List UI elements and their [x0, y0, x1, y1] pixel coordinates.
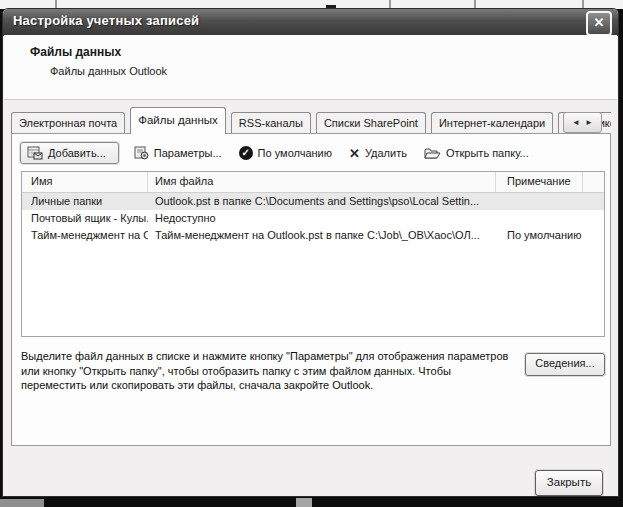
cell-name: Тайм-менеджмент на O... [22, 227, 148, 244]
close-dialog-button[interactable]: Закрыть [535, 470, 603, 496]
cell-note [496, 193, 583, 210]
tab-sharepoint[interactable]: Списки SharePoint [316, 112, 426, 134]
data-files-list: Имя Имя файла Примечание Личные папки Ou… [21, 171, 605, 337]
add-button[interactable]: Добавить... [20, 142, 119, 164]
dialog-header: Файлы данных Файлы данных Outlook [4, 35, 617, 100]
help-text: Выделите файл данных в списке и нажмите … [21, 349, 515, 393]
toolbar: Добавить... Параметры... [20, 140, 531, 166]
cell-note: По умолчанию [496, 227, 583, 244]
options-button[interactable]: Параметры... [132, 143, 224, 163]
background-fragment [0, 499, 44, 507]
options-button-label: Параметры... [154, 147, 222, 159]
header-title: Файлы данных [30, 45, 121, 59]
column-header-spacer [583, 172, 604, 192]
screen: Настройка учетных записей ✕ Файлы данных… [0, 0, 623, 507]
window-title: Настройка учетных записей [13, 13, 199, 28]
cell-filename: Тайм-менеджмент на Outlook.pst в папке C… [148, 227, 496, 244]
tab-bar: Электронная почта Файлы данных RSS-канал… [11, 106, 611, 134]
open-folder-button-label: Открыть папку... [446, 147, 529, 159]
delete-button-label: Удалить [365, 147, 407, 159]
open-folder-icon [424, 147, 441, 160]
tab-scroll-right-icon[interactable]: ► [585, 118, 593, 127]
delete-icon: ✕ [349, 147, 360, 160]
cell-filename: Outlook.pst в папке C:\Documents and Set… [148, 193, 496, 210]
set-default-button-label: По умолчанию [258, 147, 332, 159]
table-row[interactable]: Тайм-менеджмент на O... Тайм-менеджмент … [22, 227, 604, 244]
tab-rss[interactable]: RSS-каналы [231, 112, 311, 134]
settings-icon [134, 146, 149, 160]
tab-internet-calendars[interactable]: Интернет-календари [431, 112, 553, 134]
titlebar[interactable]: Настройка учетных записей ✕ [3, 9, 618, 36]
tab-scroll-left-icon[interactable]: ◄ [572, 118, 580, 127]
add-data-file-icon [27, 146, 43, 160]
tab-email[interactable]: Электронная почта [11, 112, 125, 134]
tab-data-files[interactable]: Файлы данных [130, 107, 226, 134]
cell-name: Почтовый ящик - Кулы... [22, 210, 148, 227]
open-folder-button[interactable]: Открыть папку... [422, 144, 531, 163]
list-header: Имя Имя файла Примечание [22, 172, 604, 193]
header-subtitle: Файлы данных Outlook [50, 65, 167, 77]
cell-name: Личные папки [22, 193, 148, 210]
tab-scroll-buttons[interactable]: ◄ ► [563, 112, 602, 133]
default-check-icon: ✓ [239, 146, 253, 160]
account-settings-dialog: Настройка учетных записей ✕ Файлы данных… [2, 8, 619, 497]
details-button[interactable]: Сведения... [525, 353, 605, 376]
close-icon[interactable]: ✕ [586, 11, 612, 36]
set-default-button[interactable]: ✓ По умолчанию [237, 143, 334, 163]
add-button-label: Добавить... [48, 147, 106, 159]
background-fragment [296, 498, 312, 507]
cell-filename: Недоступно [148, 210, 496, 227]
cell-note [496, 210, 583, 227]
column-header-note[interactable]: Примечание [496, 172, 583, 192]
column-header-name[interactable]: Имя [22, 172, 148, 192]
delete-button[interactable]: ✕ Удалить [347, 144, 409, 163]
data-files-tab-page: Добавить... Параметры... [11, 133, 611, 446]
column-header-filename[interactable]: Имя файла [148, 172, 496, 192]
table-row[interactable]: Личные папки Outlook.pst в папке C:\Docu… [22, 193, 604, 210]
table-row[interactable]: Почтовый ящик - Кулы... Недоступно [22, 210, 604, 227]
